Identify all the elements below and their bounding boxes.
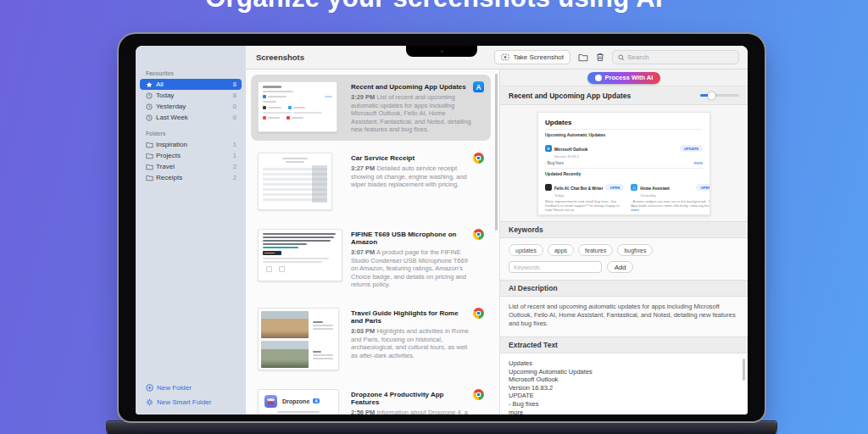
sidebar-footer: New Folder New Smart Folder (146, 377, 211, 406)
window-title: Screenshots (256, 53, 304, 62)
thumbnail-column (258, 153, 344, 210)
list-item-meta: 3:03 PM Highlights and activities in Rom… (351, 327, 472, 359)
preview-app-sub: Yesterday (640, 193, 670, 198)
gear-icon (146, 398, 153, 406)
thumbnail-column (258, 229, 344, 289)
search-field[interactable] (612, 50, 739, 64)
sidebar-item-all[interactable]: All 8 (140, 79, 242, 90)
folder-icon (145, 142, 153, 148)
preview-app-note: - Actions widget can now run in the back… (631, 199, 710, 212)
sidebar-item-receipts[interactable]: Receipts 2 (140, 172, 242, 183)
preview-bug-row: - Bug fixes more (545, 161, 703, 169)
extracted-line: more (509, 409, 739, 415)
preview-recent-section: Updated Recently (545, 171, 703, 176)
process-with-ai-button[interactable]: Process With AI (587, 72, 661, 84)
list-item[interactable]: Travel Guide Highlights for Rome and Par… (251, 301, 491, 377)
travel-thumbnail (258, 308, 339, 370)
preview-app-grid: Fello AI: Chat Bot & WriterToday OPEN ⌂ … (545, 178, 703, 215)
sidebar-item-count: 1 (233, 152, 236, 159)
ai-description-header: AI Description (500, 280, 748, 297)
preview-area: Updates Upcoming Automatic Updates o Mic… (500, 105, 748, 221)
sidebar-item-label: Inspiration (156, 141, 187, 148)
main-area: Screenshots Take Screenshot (246, 46, 748, 415)
sidebar-item-count: 2 (233, 174, 236, 181)
clock-icon (145, 92, 153, 99)
sidebar-item-inspiration[interactable]: Inspiration 1 (140, 139, 242, 150)
sidebar-item-label: Last Week (156, 114, 188, 121)
keyword-chip[interactable]: bugfixes (617, 244, 653, 256)
folder-icon (145, 164, 153, 170)
sidebar-item-label: Travel (156, 163, 175, 170)
search-input[interactable] (627, 53, 733, 61)
folder-toolbar-icon[interactable] (578, 53, 588, 62)
sidebar-item-count: 8 (233, 81, 236, 88)
dropzone-version-badge: 4 (313, 398, 319, 403)
sidebar-item-count: 0 (233, 114, 236, 121)
new-smart-folder-button[interactable]: New Smart Folder (146, 398, 211, 406)
preview-upcoming-section: Upcoming Automatic Updates (545, 132, 703, 137)
camera-notch (406, 46, 477, 57)
sidebar-item-label: Yesterday (156, 103, 186, 110)
extracted-text-scrollbar[interactable] (743, 359, 745, 381)
extracted-text-header: Extracted Text (500, 337, 748, 353)
list-item-title: Dropzone 4 Productivity App Features (351, 391, 472, 406)
thumbnail-column (258, 308, 344, 370)
chrome-icon (473, 229, 484, 240)
list-item-body: Dropzone 4 Productivity App Features 2:5… (351, 389, 484, 415)
sidebar-item-last-week[interactable]: Last Week 0 (140, 112, 242, 123)
ai-sphere-icon (595, 75, 602, 81)
preview-app-row: N Noted: Record, AI Transcribe06/03/2024… (631, 214, 710, 215)
preview-bug-note: - Bug fixes (545, 161, 564, 165)
list-item-time: 3:07 PM (351, 248, 375, 256)
chrome-icon (473, 389, 484, 400)
sidebar-item-label: Today (156, 92, 174, 99)
keyword-chip[interactable]: updates (509, 244, 543, 256)
amazon-thumbnail (258, 229, 342, 281)
trash-icon[interactable] (596, 53, 604, 62)
list-item-time: 3:27 PM (351, 164, 375, 172)
list-item-body: FIFINE T669 USB Microphone on Amazon 3:0… (351, 229, 484, 289)
preview-app-row: Fantastical - Calendar06/03/2024 OPEN (545, 214, 624, 215)
preview-updates-title: Updates (545, 119, 703, 130)
list-item-body: Travel Guide Highlights for Rome and Par… (351, 308, 484, 370)
sidebar-item-yesterday[interactable]: Yesterday 0 (140, 101, 242, 112)
chrome-icon (473, 153, 484, 164)
sidebar-item-today[interactable]: Today 8 (140, 90, 242, 101)
screenshot-preview: Updates Upcoming Automatic Updates o Mic… (537, 112, 710, 215)
list-item-time: 3:29 PM (351, 93, 375, 101)
app-window: Favourites All 8 Today 8 Yesterday 0 (136, 46, 748, 415)
fello-ai-icon (545, 184, 552, 191)
extracted-line: Upcoming Automatic Updates (509, 368, 739, 376)
keywords-input[interactable] (509, 261, 602, 273)
extracted-line: Microsoft Outlook (509, 376, 739, 384)
keyword-chip[interactable]: features (578, 244, 613, 256)
chrome-icon (473, 308, 484, 319)
thumbnail-size-slider[interactable] (700, 94, 739, 97)
receipt-thumbnail (258, 153, 332, 210)
take-screenshot-button[interactable]: Take Screenshot (494, 50, 570, 64)
sidebar-section-favourites: Favourites (146, 70, 236, 76)
clock-icon (145, 103, 153, 110)
extracted-line: - Bug fixes (509, 400, 739, 409)
list-item[interactable]: Car Service Receipt 3:27 PM Detailed aut… (251, 146, 491, 217)
macbook-frame: Favourites All 8 Today 8 Yesterday 0 (119, 34, 765, 421)
updates-thumbnail (258, 81, 337, 132)
list-item[interactable]: Dropzone 4 Dropzone 4 (251, 382, 491, 415)
take-screenshot-label: Take Screenshot (513, 53, 564, 61)
sidebar-item-label: All (156, 81, 164, 88)
thumbnail-column: Dropzone 4 (258, 389, 344, 415)
home-assistant-icon: ⌂ (631, 184, 637, 191)
sidebar-item-travel[interactable]: Travel 2 (140, 161, 242, 172)
keyword-chip[interactable]: apps (548, 244, 574, 256)
sidebar-item-projects[interactable]: Projects 1 (140, 150, 242, 161)
slider-knob[interactable] (708, 92, 715, 99)
open-pill: OPEN (696, 184, 710, 191)
list-item[interactable]: Recent and Upcoming App Updates 3:29 PM … (251, 75, 491, 141)
list-item[interactable]: FIFINE T669 USB Microphone on Amazon 3:0… (251, 222, 491, 296)
open-pill: OPEN (605, 184, 624, 191)
new-folder-button[interactable]: New Folder (146, 384, 211, 392)
process-row: Process With AI (500, 70, 748, 86)
list-scrollbar[interactable] (495, 74, 498, 231)
add-keyword-button[interactable]: Add (607, 261, 633, 273)
marketing-background: Organize your screenshots using AI Favou… (0, 0, 868, 434)
